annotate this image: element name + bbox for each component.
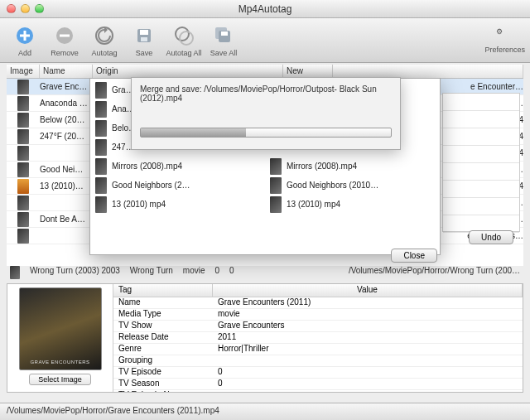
poster-image[interactable] (19, 287, 102, 370)
save-icon (132, 24, 156, 47)
save-all-icon (212, 24, 235, 47)
progress-bar (140, 128, 392, 138)
list-item[interactable]: Good Neighbors (2010… (267, 176, 438, 195)
svg-rect-2 (20, 34, 30, 36)
tag-table: Tag Value NameGrave Encounters (2011) Me… (113, 284, 523, 392)
list-item[interactable]: 13 (2010) mp4 (92, 195, 263, 214)
tag-row[interactable]: GenreHorror|Thriller (113, 344, 523, 355)
progress-message: Merge and save: /Volumes/MoviePop/Horror… (140, 84, 392, 103)
status-bar: /Volumes/MoviePop/Horror/Grave Encounter… (0, 403, 530, 420)
tag-row[interactable]: TV Season0 (113, 379, 523, 390)
toolbar-save[interactable]: Save (124, 24, 164, 57)
autotag-all-icon (172, 24, 195, 47)
tag-row[interactable]: Media Typemovie (113, 309, 523, 321)
autotag-icon (93, 24, 116, 47)
col-origin[interactable]: Origin (93, 65, 283, 78)
list-item[interactable]: Good Neighbors (2… (92, 176, 263, 195)
progress-sheet: Merge and save: /Volumes/MoviePop/Horror… (131, 77, 401, 150)
svg-rect-7 (140, 30, 148, 35)
add-icon (13, 24, 36, 47)
svg-rect-13 (221, 31, 228, 36)
svg-rect-4 (60, 34, 70, 36)
col-name[interactable]: Name (40, 65, 93, 78)
tag-row[interactable]: TV Episode0 (113, 367, 523, 379)
preferences-icon: ⚙ (496, 27, 514, 46)
toolbar: Add Remove Autotag Save Autotag All Save… (0, 18, 530, 63)
col-new[interactable]: New (283, 65, 333, 78)
window-title: Mp4Autotag (0, 3, 530, 15)
list-item[interactable]: Mirrors (2008).mp4 (92, 157, 263, 176)
remove-icon (53, 24, 76, 47)
toolbar-autotag[interactable]: Autotag (84, 24, 124, 57)
toolbar-save-all[interactable]: Save All (204, 24, 243, 57)
tag-row[interactable]: Grouping (113, 355, 523, 367)
svg-rect-8 (141, 37, 147, 41)
toolbar-remove[interactable]: Remove (45, 24, 84, 57)
tag-row[interactable]: NameGrave Encounters (2011) (113, 297, 523, 309)
summary-row: Wrong Turn (2003) 2003 Wrong Turn movie … (10, 266, 520, 279)
tag-row[interactable]: TV ShowGrave Encounters (113, 321, 523, 332)
undo-button[interactable]: Undo (469, 230, 513, 244)
toolbar-preferences[interactable]: ⚙ Preferences (484, 27, 525, 54)
list-item[interactable]: 13 (2010) mp4 (267, 195, 438, 214)
select-image-button[interactable]: Select Image (29, 374, 91, 385)
toolbar-autotag-all[interactable]: Autotag All (164, 24, 204, 57)
value-col-header[interactable]: Value (213, 284, 523, 297)
new-column-grid (442, 93, 520, 232)
close-button[interactable]: Close (391, 249, 437, 263)
titlebar: Mp4Autotag (0, 0, 530, 18)
tag-row[interactable]: Release Date2011 (113, 332, 523, 344)
tag-col-header[interactable]: Tag (113, 284, 213, 297)
list-item[interactable]: Mirrors (2008).mp4 (267, 157, 438, 176)
detail-pane: Select Image Tag Value NameGrave Encount… (7, 283, 523, 393)
col-image[interactable]: Image (7, 65, 40, 78)
toolbar-add[interactable]: Add (5, 24, 45, 57)
progress-bar-fill (141, 128, 246, 137)
tag-row[interactable]: TV Episode Nu (113, 390, 523, 392)
